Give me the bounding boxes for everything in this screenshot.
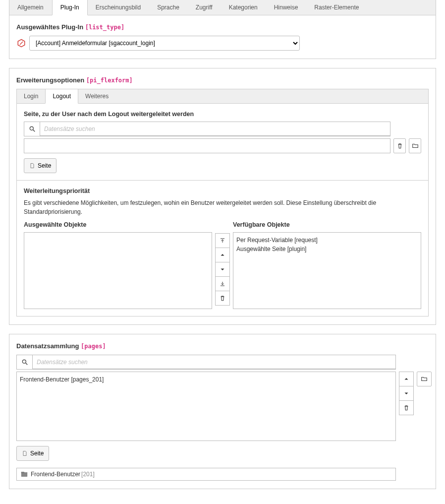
record-ref-id: [201] bbox=[81, 471, 95, 478]
svg-line-3 bbox=[33, 130, 35, 132]
svg-point-2 bbox=[30, 126, 33, 130]
priority-title: Weiterleitungspriorität bbox=[24, 188, 421, 194]
plugin-select[interactable]: [Account] Anmeldeformular [sgaccount_log… bbox=[29, 36, 300, 51]
priority-section: Weiterleitungspriorität Es gibt verschie… bbox=[16, 181, 429, 316]
search-icon bbox=[16, 355, 32, 370]
page-button-label: Seite bbox=[38, 162, 51, 169]
record-page-button-label: Seite bbox=[30, 450, 44, 457]
extension-options-label: Erweiterungsoptionen bbox=[16, 76, 86, 84]
available-objects-label: Verfügbare Objekte bbox=[233, 221, 421, 228]
move-up-button[interactable] bbox=[215, 248, 230, 262]
redirect-search-input[interactable] bbox=[40, 122, 390, 136]
svg-rect-7 bbox=[21, 472, 24, 473]
tab-kategorien[interactable]: Kategorien bbox=[221, 0, 266, 15]
priority-help: Es gibt verschiedene Möglichkeiten, um f… bbox=[24, 198, 421, 216]
extension-options-title: Erweiterungsoptionen [pi_flexform] bbox=[16, 76, 429, 84]
svg-line-5 bbox=[25, 363, 27, 365]
page-button[interactable]: Seite bbox=[24, 158, 56, 173]
record-delete-button[interactable] bbox=[399, 400, 414, 415]
record-collection-key: [pages] bbox=[81, 343, 106, 350]
browse-folder-button[interactable] bbox=[409, 138, 421, 153]
record-move-up-button[interactable] bbox=[399, 372, 414, 386]
selected-plugin-label: Ausgewähltes Plug-In bbox=[16, 23, 85, 31]
available-objects-list[interactable]: Per Request-Variable [request] Ausgewähl… bbox=[233, 232, 421, 309]
move-down-button[interactable] bbox=[215, 262, 230, 277]
dual-list: Ausgewählte Objekte bbox=[24, 221, 421, 309]
move-bottom-button[interactable] bbox=[215, 276, 230, 291]
record-move-down-button[interactable] bbox=[399, 386, 414, 401]
move-top-button[interactable] bbox=[215, 233, 230, 248]
selected-objects-list[interactable] bbox=[24, 232, 212, 309]
selected-objects-col: Ausgewählte Objekte bbox=[24, 221, 212, 309]
page-icon bbox=[22, 450, 28, 457]
redirect-search-row bbox=[24, 122, 390, 136]
folder-page-icon bbox=[21, 471, 28, 477]
tab-erscheinungsbild[interactable]: Erscheinungsbild bbox=[88, 0, 149, 15]
selected-objects-label: Ausgewählte Objekte bbox=[24, 221, 212, 228]
selected-plugin-panel: Ausgewähltes Plug-In [list_type] [Accoun… bbox=[9, 15, 436, 59]
record-search-input[interactable] bbox=[32, 355, 396, 370]
selected-plugin-key: [list_type] bbox=[85, 24, 124, 31]
delete-button[interactable] bbox=[393, 138, 406, 153]
record-side-controls bbox=[399, 372, 414, 441]
tab-hinweise[interactable]: Hinweise bbox=[266, 0, 307, 15]
main-tabs: Allgemein Plug-In Erscheinungsbild Sprac… bbox=[9, 0, 436, 15]
redirect-label: Seite, zu der User nach dem Logout weite… bbox=[24, 111, 421, 118]
sub-tabs: Login Logout Weiteres bbox=[16, 89, 429, 104]
record-reference[interactable]: Frontend-Benutzer [201] bbox=[16, 468, 396, 481]
tab-sprache[interactable]: Sprache bbox=[149, 0, 188, 15]
subtab-logout[interactable]: Logout bbox=[45, 89, 78, 104]
record-item[interactable]: Frontend-Benutzer [pages_201] bbox=[20, 375, 392, 384]
record-folder-controls bbox=[417, 372, 432, 441]
plugin-row: [Account] Anmeldeformular [sgaccount_log… bbox=[16, 36, 429, 51]
redirect-value-row bbox=[24, 138, 421, 153]
selected-plugin-title: Ausgewähltes Plug-In [list_type] bbox=[16, 23, 429, 31]
search-icon bbox=[24, 122, 40, 136]
record-browse-folder-button[interactable] bbox=[417, 372, 432, 386]
extension-options-panel: Erweiterungsoptionen [pi_flexform] Login… bbox=[9, 68, 436, 325]
subtab-login[interactable]: Login bbox=[17, 89, 45, 103]
extension-options-key: [pi_flexform] bbox=[86, 77, 133, 84]
record-list-row: Frontend-Benutzer [pages_201] bbox=[16, 372, 429, 441]
remove-item-button[interactable] bbox=[215, 291, 230, 306]
subtab-weiteres[interactable]: Weiteres bbox=[78, 89, 115, 103]
tab-zugriff[interactable]: Zugriff bbox=[188, 0, 221, 15]
tab-raster[interactable]: Raster-Elemente bbox=[306, 0, 367, 15]
record-ref-name: Frontend-Benutzer bbox=[31, 471, 80, 478]
tab-plugin[interactable]: Plug-In bbox=[52, 0, 88, 15]
svg-line-1 bbox=[20, 42, 23, 45]
logout-redirect-section: Seite, zu der User nach dem Logout weite… bbox=[16, 104, 429, 181]
svg-point-4 bbox=[22, 360, 26, 363]
available-item[interactable]: Per Request-Variable [request] bbox=[236, 236, 418, 245]
available-objects-col: Verfügbare Objekte Per Request-Variable … bbox=[233, 221, 421, 309]
list-controls bbox=[215, 233, 230, 309]
page-icon bbox=[29, 162, 35, 169]
record-collection-title: Datensatzsammlung [pages] bbox=[16, 342, 429, 350]
record-list[interactable]: Frontend-Benutzer [pages_201] bbox=[16, 372, 396, 441]
record-page-button[interactable]: Seite bbox=[16, 446, 49, 461]
record-search-row bbox=[16, 355, 396, 370]
record-collection-label: Datensatzsammlung bbox=[16, 342, 81, 350]
plugin-hexagon-icon bbox=[16, 38, 26, 48]
available-item[interactable]: Ausgewählte Seite [plugin] bbox=[236, 245, 418, 253]
redirect-value-input[interactable] bbox=[24, 138, 390, 153]
tab-allgemein[interactable]: Allgemein bbox=[9, 0, 52, 15]
record-collection-panel: Datensatzsammlung [pages] Frontend-Benut… bbox=[9, 334, 436, 489]
